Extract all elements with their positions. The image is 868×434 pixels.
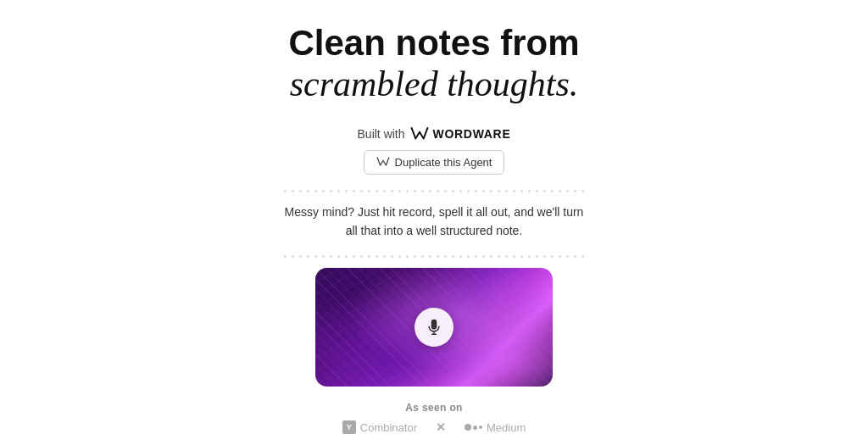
mic-record-button[interactable] xyxy=(415,308,453,347)
press-ycombinator: Y Combinator xyxy=(342,420,417,434)
microphone-icon xyxy=(426,319,442,336)
headline-line2: scrambled thoughts. xyxy=(288,63,579,105)
media-card-background xyxy=(315,268,553,387)
duplicate-agent-button[interactable]: Duplicate this Agent xyxy=(364,150,505,175)
dots-separator-top xyxy=(222,190,646,192)
headline-line1: Clean notes from xyxy=(288,24,579,63)
duplicate-button-label: Duplicate this Agent xyxy=(395,156,492,169)
press-medium: Medium xyxy=(465,421,526,434)
wordware-icon xyxy=(410,126,429,142)
x-icon: ✕ xyxy=(436,420,446,434)
built-with-row: Built with WORDWARE xyxy=(358,126,511,142)
description-text: Messy mind? Just hit record, spell it al… xyxy=(281,203,587,241)
duplicate-wordware-icon xyxy=(376,156,390,168)
press-x: ✕ xyxy=(436,420,446,434)
built-with-label: Built with xyxy=(358,127,405,141)
media-card xyxy=(315,268,553,387)
press-logos-row: Y Combinator ✕ Medium xyxy=(342,420,526,434)
dots-separator-mid xyxy=(222,255,646,258)
wordware-logo: WORDWARE xyxy=(410,126,511,142)
wordware-text: WORDWARE xyxy=(433,127,511,141)
medium-icon xyxy=(465,424,482,431)
ycombinator-icon: Y xyxy=(342,420,356,434)
as-seen-on-label: As seen on xyxy=(405,402,463,414)
main-headline: Clean notes from scrambled thoughts. xyxy=(288,24,579,106)
medium-label: Medium xyxy=(487,421,526,434)
ycombinator-label: Combinator xyxy=(360,421,417,434)
